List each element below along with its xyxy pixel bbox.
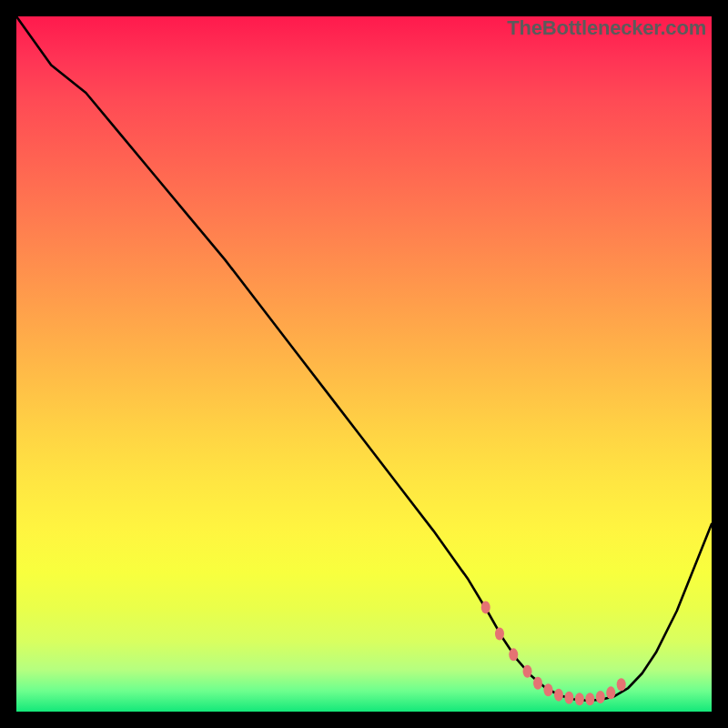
data-point <box>554 689 563 702</box>
plot-area: TheBottlenecker.com <box>16 16 712 712</box>
data-point <box>523 665 532 678</box>
attribution-label: TheBottlenecker.com <box>507 16 706 40</box>
data-point <box>575 693 584 705</box>
data-point <box>509 648 518 661</box>
data-point <box>495 627 504 640</box>
data-point <box>543 683 552 696</box>
data-point <box>596 691 605 703</box>
data-point <box>585 693 594 705</box>
data-point <box>564 692 573 704</box>
data-point <box>533 677 542 690</box>
data-point-markers <box>16 16 712 712</box>
data-point <box>617 678 626 691</box>
chart-container: TheBottlenecker.com <box>0 0 728 728</box>
data-point <box>481 601 490 613</box>
data-point <box>606 686 615 699</box>
